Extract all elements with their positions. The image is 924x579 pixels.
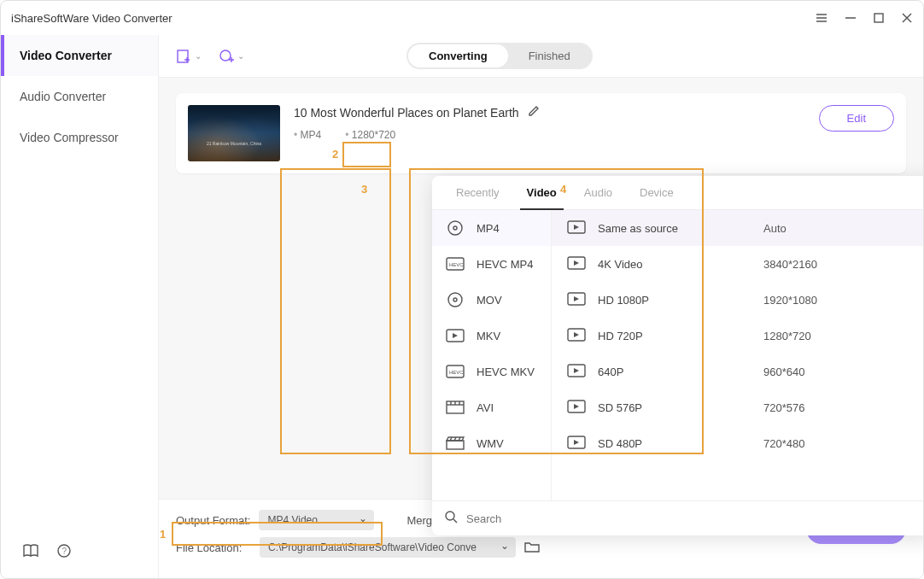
format-item-wmv[interactable]: WMV [432, 425, 551, 461]
segment-converting[interactable]: Converting [408, 44, 508, 67]
format-item-mp4[interactable]: MP4 [432, 210, 551, 246]
book-icon[interactable] [23, 544, 38, 561]
file-card: 21 Rainbow Mountain, China 10 Most Wonde… [176, 93, 906, 173]
sidebar-item-label: Video Compressor [20, 131, 119, 144]
hevc-icon: HEVC [446, 364, 465, 379]
tab-recently[interactable]: Recently [442, 176, 513, 209]
window-controls [816, 12, 913, 24]
svg-line-39 [453, 519, 457, 523]
segment-finished[interactable]: Finished [508, 44, 591, 67]
svg-point-18 [453, 298, 457, 301]
sidebar-item-label: Video Converter [20, 49, 112, 62]
resolution-item[interactable]: SD 480P720*480 [552, 425, 924, 461]
callout-num-2: 2 [332, 148, 338, 161]
app-title: iShareSoftWare Video Converter [11, 12, 173, 25]
hevc-icon: HEVC [446, 256, 465, 272]
sidebar-item-video-compressor[interactable]: Video Compressor [1, 117, 158, 158]
callout-num-4: 4 [560, 183, 566, 196]
format-search [432, 500, 924, 535]
svg-point-38 [446, 512, 454, 520]
video-icon [567, 256, 586, 272]
resolution-item[interactable]: HD 1080P1920*1080 [552, 282, 924, 318]
resolution-item[interactable]: SD 576P720*576 [552, 389, 924, 425]
svg-point-14 [453, 226, 457, 230]
edit-button[interactable]: Edit [819, 105, 894, 132]
status-segmented: Converting Finished [406, 43, 593, 69]
svg-rect-7 [178, 50, 188, 62]
format-list[interactable]: MP4 HEVCHEVC MP4 MOV MKV HEVCHEVC MKV AV… [432, 210, 552, 500]
sidebar-item-label: Audio Converter [20, 90, 106, 103]
video-icon [567, 292, 586, 307]
menu-icon[interactable] [816, 12, 828, 24]
file-format: MP4 [294, 129, 321, 141]
file-location-select[interactable]: C:\ProgramData\iShareSoftware\Video Conv… [260, 537, 516, 558]
disc-icon [446, 220, 465, 236]
svg-rect-4 [874, 14, 883, 22]
folder-icon[interactable] [524, 541, 540, 555]
rename-icon[interactable] [528, 105, 540, 120]
main-panel: ⌄ ⌄ Converting Finished 21 Rainbow Mount… [159, 35, 923, 578]
format-item-hevc-mp4[interactable]: HEVCHEVC MP4 [432, 246, 551, 282]
sidebar: Video Converter Audio Converter Video Co… [1, 35, 159, 578]
titlebar: iShareSoftWare Video Converter [1, 1, 923, 35]
format-item-avi[interactable]: AVI [432, 389, 551, 425]
resolution-item[interactable]: HD 720P1280*720 [552, 318, 924, 354]
svg-text:?: ? [62, 547, 67, 556]
callout-num-1: 1 [160, 528, 166, 541]
disc-icon [446, 292, 465, 307]
svg-point-17 [448, 293, 462, 307]
sidebar-item-video-converter[interactable]: Video Converter [1, 35, 158, 76]
clapper-icon [446, 436, 465, 451]
file-location-label: File Location: [176, 541, 251, 554]
output-format-select[interactable]: MP4 Video [259, 510, 374, 530]
search-input[interactable] [466, 512, 924, 525]
format-item-hevc-mkv[interactable]: HEVCHEVC MKV [432, 354, 551, 389]
footer-icons: ? [23, 544, 71, 561]
tab-audio[interactable]: Audio [570, 176, 626, 209]
video-icon [567, 364, 586, 379]
chevron-down-icon: ⌄ [237, 51, 244, 61]
resolution-list[interactable]: Same as sourceAuto 4K Video3840*2160 HD … [552, 210, 924, 500]
svg-text:HEVC: HEVC [449, 262, 464, 267]
callout-num-3: 3 [361, 183, 367, 196]
video-icon [567, 220, 586, 236]
svg-rect-27 [447, 441, 464, 449]
video-icon [567, 328, 586, 343]
resolution-item[interactable]: Same as sourceAuto [552, 210, 924, 246]
toolbar: ⌄ ⌄ Converting Finished [159, 35, 923, 78]
sidebar-item-audio-converter[interactable]: Audio Converter [1, 76, 158, 117]
add-url-button[interactable]: ⌄ [219, 49, 244, 64]
minimize-icon[interactable] [845, 12, 857, 24]
output-format-label: Output Format: [176, 514, 250, 527]
file-resolution: 1280*720 [345, 129, 395, 141]
resolution-item[interactable]: 640P960*640 [552, 354, 924, 389]
help-icon[interactable]: ? [57, 544, 71, 561]
maximize-icon[interactable] [874, 13, 884, 23]
svg-point-13 [448, 221, 462, 235]
svg-text:HEVC: HEVC [449, 370, 464, 375]
file-info: 10 Most Wonderful Places on Planet Earth… [294, 105, 805, 141]
search-icon [444, 510, 458, 527]
close-icon[interactable] [901, 12, 913, 24]
video-icon [567, 400, 586, 415]
file-thumbnail[interactable]: 21 Rainbow Mountain, China [188, 105, 280, 161]
add-file-button[interactable]: ⌄ [176, 49, 202, 64]
resolution-item[interactable]: 4K Video3840*2160 [552, 246, 924, 282]
svg-point-10 [220, 50, 231, 61]
video-icon [567, 436, 586, 451]
format-item-mkv[interactable]: MKV [432, 318, 551, 354]
format-item-mov[interactable]: MOV [432, 282, 551, 318]
format-tabs: Recently Video Audio Device [432, 176, 924, 210]
format-dropdown-panel: Recently Video Audio Device MP4 HEVCHEVC… [432, 176, 924, 535]
video-icon [446, 328, 465, 343]
chevron-down-icon: ⌄ [195, 51, 202, 61]
file-title: 10 Most Wonderful Places on Planet Earth [294, 106, 519, 120]
tab-device[interactable]: Device [626, 176, 687, 209]
film-icon [446, 400, 465, 415]
